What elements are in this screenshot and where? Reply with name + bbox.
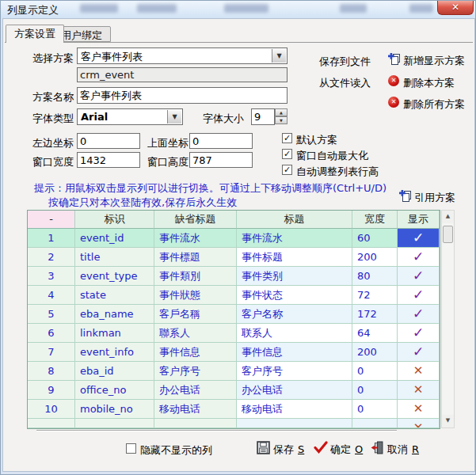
chevron-down-icon[interactable]: ▼ (167, 110, 181, 124)
delete-all-schemes-button[interactable]: ✕ 删除所有方案 (388, 97, 467, 110)
cell-num[interactable]: 9 (28, 381, 75, 400)
cell-num[interactable]: 7 (28, 343, 75, 362)
cell-show[interactable]: ✕ (398, 419, 440, 428)
cell-num[interactable]: 2 (28, 248, 75, 267)
cell-title[interactable]: 事件信息 (237, 343, 352, 362)
cell-default-title[interactable]: 客戶名稱 (154, 305, 237, 324)
cell-title[interactable]: 客户序号 (237, 362, 352, 381)
scroll-up-icon[interactable]: ▲ (442, 211, 454, 223)
auto-row-height-checkbox[interactable]: ✓ (282, 165, 292, 175)
cell-title[interactable]: 事件流水 (237, 229, 352, 248)
delete-scheme-button[interactable]: ✕ 删除本方案 (388, 75, 467, 89)
table-row-partial[interactable]: ✕ (28, 419, 440, 428)
tab-scheme-settings[interactable]: 方案设置 (6, 25, 64, 43)
cell-width[interactable]: 0 (352, 381, 398, 400)
cell-id[interactable]: office_no (75, 381, 154, 400)
cell-width[interactable]: 0 (352, 400, 398, 419)
default-scheme-checkbox[interactable]: ✓ (282, 133, 292, 143)
cell-title[interactable]: 事件标题 (237, 248, 352, 267)
table-row[interactable]: 10mobile_no移动电话移动电话0✕ (28, 400, 440, 419)
close-button[interactable]: ✕ (437, 1, 474, 15)
table-row[interactable]: 1event_id事件流水事件流水60✓ (28, 229, 440, 248)
cell-width[interactable]: 64 (352, 324, 398, 343)
cell-id[interactable]: linkman (75, 324, 154, 343)
cell-show[interactable]: ✓ (398, 248, 440, 267)
cell-width[interactable] (352, 419, 398, 428)
cell-id[interactable]: eba_id (75, 362, 154, 381)
cell-show[interactable]: ✓ (398, 343, 440, 362)
cell-default-title[interactable] (154, 419, 237, 428)
cell-id[interactable]: eba_name (75, 305, 154, 324)
cell-default-title[interactable]: 移动电话 (154, 400, 237, 419)
cell-num[interactable]: 6 (28, 324, 75, 343)
hide-columns-checkbox[interactable] (126, 443, 136, 454)
select-scheme-combobox[interactable]: 客户事件列表 ▼ (77, 48, 288, 64)
font-size-stepper[interactable]: ▲ ▼ (275, 108, 288, 125)
cell-show[interactable]: ✓ (398, 305, 440, 324)
save-button[interactable]: 保存S (257, 441, 312, 455)
cell-title[interactable]: 办公电话 (237, 381, 352, 400)
cell-width[interactable]: 60 (352, 229, 398, 248)
cell-id[interactable]: mobile_no (75, 400, 154, 419)
cell-default-title[interactable]: 事件流水 (154, 229, 237, 248)
window-height-input[interactable] (189, 152, 253, 168)
cell-show[interactable]: ✓ (398, 229, 440, 248)
scrollbar-thumb[interactable] (443, 226, 453, 243)
table-row[interactable]: 8eba_id客户序号客户序号0✕ (28, 362, 440, 381)
cell-default-title[interactable]: 客户序号 (154, 362, 237, 381)
cell-width[interactable]: 80 (352, 267, 398, 286)
cell-num[interactable]: 1 (28, 229, 75, 248)
cell-width[interactable]: 200 (352, 343, 398, 362)
cell-default-title[interactable]: 聯系人 (154, 324, 237, 343)
table-row[interactable]: 7event_info事件信息事件信息200✓ (28, 343, 440, 362)
cell-default-title[interactable]: 事件類別 (154, 267, 237, 286)
cell-show[interactable]: ✕ (398, 381, 440, 400)
save-to-file-link[interactable]: 保存到文件 (319, 55, 371, 69)
cell-id[interactable]: event_info (75, 343, 154, 362)
cell-num[interactable]: 8 (28, 362, 75, 381)
cell-title[interactable]: 事件状态 (237, 286, 352, 305)
cell-num[interactable]: 5 (28, 305, 75, 324)
ok-button[interactable]: 确定O (314, 441, 369, 455)
table-row[interactable]: 5eba_name客戶名稱客户名称172✓ (28, 305, 440, 324)
table-row[interactable]: 6linkman聯系人联系人64✓ (28, 324, 440, 343)
top-coord-input[interactable] (189, 133, 253, 149)
add-scheme-button[interactable]: 新增显示方案 (388, 53, 467, 66)
font-type-combobox[interactable]: Arial ▼ (77, 108, 183, 125)
cell-show[interactable]: ✕ (398, 400, 440, 419)
cell-default-title[interactable]: 事件信息 (154, 343, 237, 362)
cell-num[interactable] (28, 419, 75, 428)
cell-default-title[interactable]: 办公电话 (154, 381, 237, 400)
grid-vertical-scrollbar[interactable]: ▲ ▼ (441, 210, 455, 428)
cell-default-title[interactable]: 事件狀態 (154, 286, 237, 305)
cell-width[interactable]: 200 (352, 248, 398, 267)
cell-title[interactable]: 客户名称 (237, 305, 352, 324)
cell-show[interactable]: ✓ (398, 267, 440, 286)
cell-id[interactable]: state (75, 286, 154, 305)
table-row[interactable]: 9office_no办公电话办公电话0✕ (28, 381, 440, 400)
cell-title[interactable]: 联系人 (237, 324, 352, 343)
scheme-name-input[interactable] (77, 87, 288, 104)
cell-width[interactable]: 72 (352, 286, 398, 305)
cell-id[interactable]: title (75, 248, 154, 267)
read-from-file-link[interactable]: 从文件读入 (319, 76, 371, 90)
cell-id[interactable]: event_id (75, 229, 154, 248)
table-row[interactable]: 2title事件標題事件标题200✓ (28, 248, 440, 267)
cell-title[interactable] (237, 419, 352, 428)
chevron-down-icon[interactable]: ▼ (272, 49, 286, 63)
cell-show[interactable]: ✓ (398, 286, 440, 305)
window-width-input[interactable] (77, 152, 140, 168)
cancel-button[interactable]: 取消R (371, 441, 426, 455)
cell-num[interactable]: 4 (28, 286, 75, 305)
cell-num[interactable]: 10 (28, 400, 75, 419)
cell-title[interactable]: 事件类别 (237, 267, 352, 286)
spin-down-icon[interactable]: ▼ (275, 116, 288, 124)
cell-num[interactable]: 3 (28, 267, 75, 286)
cell-id[interactable]: event_type (75, 267, 154, 286)
cell-width[interactable]: 172 (352, 305, 398, 324)
auto-maximize-checkbox[interactable]: ✓ (282, 149, 292, 159)
table-row[interactable]: 4state事件狀態事件状态72✓ (28, 286, 440, 305)
left-coord-input[interactable] (77, 133, 140, 149)
scroll-down-icon[interactable]: ▼ (442, 415, 454, 428)
cell-title[interactable]: 移动电话 (237, 400, 352, 419)
